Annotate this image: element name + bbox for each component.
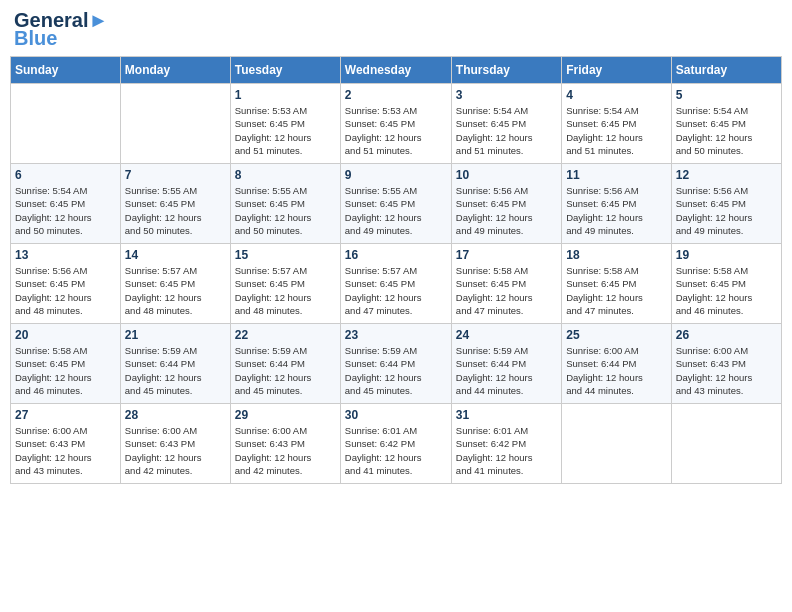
day-number: 28 xyxy=(125,408,226,422)
day-number: 29 xyxy=(235,408,336,422)
day-detail: Sunrise: 5:53 AM Sunset: 6:45 PM Dayligh… xyxy=(235,104,336,157)
day-number: 15 xyxy=(235,248,336,262)
calendar-cell: 19Sunrise: 5:58 AM Sunset: 6:45 PM Dayli… xyxy=(671,244,781,324)
day-detail: Sunrise: 5:59 AM Sunset: 6:44 PM Dayligh… xyxy=(345,344,447,397)
day-number: 10 xyxy=(456,168,557,182)
calendar-cell: 17Sunrise: 5:58 AM Sunset: 6:45 PM Dayli… xyxy=(451,244,561,324)
day-number: 16 xyxy=(345,248,447,262)
logo-blue: Blue xyxy=(14,28,57,48)
day-number: 30 xyxy=(345,408,447,422)
calendar-cell: 31Sunrise: 6:01 AM Sunset: 6:42 PM Dayli… xyxy=(451,404,561,484)
day-detail: Sunrise: 5:56 AM Sunset: 6:45 PM Dayligh… xyxy=(456,184,557,237)
calendar-cell: 15Sunrise: 5:57 AM Sunset: 6:45 PM Dayli… xyxy=(230,244,340,324)
calendar-cell: 24Sunrise: 5:59 AM Sunset: 6:44 PM Dayli… xyxy=(451,324,561,404)
col-header-friday: Friday xyxy=(562,57,671,84)
calendar-cell xyxy=(11,84,121,164)
day-detail: Sunrise: 5:58 AM Sunset: 6:45 PM Dayligh… xyxy=(456,264,557,317)
col-header-sunday: Sunday xyxy=(11,57,121,84)
day-detail: Sunrise: 5:54 AM Sunset: 6:45 PM Dayligh… xyxy=(676,104,777,157)
day-number: 5 xyxy=(676,88,777,102)
day-number: 21 xyxy=(125,328,226,342)
calendar-cell: 7Sunrise: 5:55 AM Sunset: 6:45 PM Daylig… xyxy=(120,164,230,244)
logo: General► Blue xyxy=(14,10,108,48)
day-detail: Sunrise: 6:01 AM Sunset: 6:42 PM Dayligh… xyxy=(456,424,557,477)
day-number: 14 xyxy=(125,248,226,262)
day-number: 25 xyxy=(566,328,666,342)
day-number: 12 xyxy=(676,168,777,182)
day-detail: Sunrise: 5:55 AM Sunset: 6:45 PM Dayligh… xyxy=(125,184,226,237)
day-number: 11 xyxy=(566,168,666,182)
calendar-week-4: 20Sunrise: 5:58 AM Sunset: 6:45 PM Dayli… xyxy=(11,324,782,404)
day-number: 18 xyxy=(566,248,666,262)
calendar-cell: 26Sunrise: 6:00 AM Sunset: 6:43 PM Dayli… xyxy=(671,324,781,404)
day-detail: Sunrise: 5:57 AM Sunset: 6:45 PM Dayligh… xyxy=(345,264,447,317)
day-number: 8 xyxy=(235,168,336,182)
calendar-cell: 13Sunrise: 5:56 AM Sunset: 6:45 PM Dayli… xyxy=(11,244,121,324)
calendar-cell: 11Sunrise: 5:56 AM Sunset: 6:45 PM Dayli… xyxy=(562,164,671,244)
calendar-cell xyxy=(671,404,781,484)
calendar-cell: 10Sunrise: 5:56 AM Sunset: 6:45 PM Dayli… xyxy=(451,164,561,244)
day-number: 2 xyxy=(345,88,447,102)
day-detail: Sunrise: 6:00 AM Sunset: 6:44 PM Dayligh… xyxy=(566,344,666,397)
day-detail: Sunrise: 5:55 AM Sunset: 6:45 PM Dayligh… xyxy=(235,184,336,237)
day-number: 26 xyxy=(676,328,777,342)
calendar-cell: 9Sunrise: 5:55 AM Sunset: 6:45 PM Daylig… xyxy=(340,164,451,244)
calendar-cell: 18Sunrise: 5:58 AM Sunset: 6:45 PM Dayli… xyxy=(562,244,671,324)
day-detail: Sunrise: 5:54 AM Sunset: 6:45 PM Dayligh… xyxy=(566,104,666,157)
col-header-monday: Monday xyxy=(120,57,230,84)
day-detail: Sunrise: 5:55 AM Sunset: 6:45 PM Dayligh… xyxy=(345,184,447,237)
day-detail: Sunrise: 5:58 AM Sunset: 6:45 PM Dayligh… xyxy=(676,264,777,317)
day-detail: Sunrise: 5:56 AM Sunset: 6:45 PM Dayligh… xyxy=(676,184,777,237)
page-header: General► Blue xyxy=(10,10,782,48)
day-detail: Sunrise: 5:53 AM Sunset: 6:45 PM Dayligh… xyxy=(345,104,447,157)
calendar-cell: 1Sunrise: 5:53 AM Sunset: 6:45 PM Daylig… xyxy=(230,84,340,164)
calendar-cell: 12Sunrise: 5:56 AM Sunset: 6:45 PM Dayli… xyxy=(671,164,781,244)
calendar-cell: 25Sunrise: 6:00 AM Sunset: 6:44 PM Dayli… xyxy=(562,324,671,404)
calendar-cell: 30Sunrise: 6:01 AM Sunset: 6:42 PM Dayli… xyxy=(340,404,451,484)
day-number: 4 xyxy=(566,88,666,102)
day-number: 7 xyxy=(125,168,226,182)
calendar-cell: 27Sunrise: 6:00 AM Sunset: 6:43 PM Dayli… xyxy=(11,404,121,484)
calendar-cell: 28Sunrise: 6:00 AM Sunset: 6:43 PM Dayli… xyxy=(120,404,230,484)
calendar-table: SundayMondayTuesdayWednesdayThursdayFrid… xyxy=(10,56,782,484)
day-number: 24 xyxy=(456,328,557,342)
day-number: 23 xyxy=(345,328,447,342)
calendar-cell: 3Sunrise: 5:54 AM Sunset: 6:45 PM Daylig… xyxy=(451,84,561,164)
day-detail: Sunrise: 6:00 AM Sunset: 6:43 PM Dayligh… xyxy=(676,344,777,397)
calendar-cell: 4Sunrise: 5:54 AM Sunset: 6:45 PM Daylig… xyxy=(562,84,671,164)
calendar-cell: 8Sunrise: 5:55 AM Sunset: 6:45 PM Daylig… xyxy=(230,164,340,244)
day-number: 13 xyxy=(15,248,116,262)
col-header-wednesday: Wednesday xyxy=(340,57,451,84)
day-detail: Sunrise: 6:00 AM Sunset: 6:43 PM Dayligh… xyxy=(125,424,226,477)
calendar-week-2: 6Sunrise: 5:54 AM Sunset: 6:45 PM Daylig… xyxy=(11,164,782,244)
day-number: 19 xyxy=(676,248,777,262)
calendar-cell: 23Sunrise: 5:59 AM Sunset: 6:44 PM Dayli… xyxy=(340,324,451,404)
day-detail: Sunrise: 6:01 AM Sunset: 6:42 PM Dayligh… xyxy=(345,424,447,477)
day-detail: Sunrise: 5:54 AM Sunset: 6:45 PM Dayligh… xyxy=(15,184,116,237)
calendar-cell: 21Sunrise: 5:59 AM Sunset: 6:44 PM Dayli… xyxy=(120,324,230,404)
calendar-week-5: 27Sunrise: 6:00 AM Sunset: 6:43 PM Dayli… xyxy=(11,404,782,484)
day-detail: Sunrise: 6:00 AM Sunset: 6:43 PM Dayligh… xyxy=(15,424,116,477)
day-detail: Sunrise: 5:56 AM Sunset: 6:45 PM Dayligh… xyxy=(566,184,666,237)
day-number: 20 xyxy=(15,328,116,342)
calendar-cell xyxy=(120,84,230,164)
calendar-week-3: 13Sunrise: 5:56 AM Sunset: 6:45 PM Dayli… xyxy=(11,244,782,324)
day-number: 9 xyxy=(345,168,447,182)
day-detail: Sunrise: 6:00 AM Sunset: 6:43 PM Dayligh… xyxy=(235,424,336,477)
day-detail: Sunrise: 5:57 AM Sunset: 6:45 PM Dayligh… xyxy=(235,264,336,317)
calendar-cell: 2Sunrise: 5:53 AM Sunset: 6:45 PM Daylig… xyxy=(340,84,451,164)
day-number: 3 xyxy=(456,88,557,102)
day-number: 31 xyxy=(456,408,557,422)
day-number: 17 xyxy=(456,248,557,262)
day-number: 6 xyxy=(15,168,116,182)
day-detail: Sunrise: 5:54 AM Sunset: 6:45 PM Dayligh… xyxy=(456,104,557,157)
day-detail: Sunrise: 5:59 AM Sunset: 6:44 PM Dayligh… xyxy=(125,344,226,397)
col-header-thursday: Thursday xyxy=(451,57,561,84)
day-number: 1 xyxy=(235,88,336,102)
day-number: 22 xyxy=(235,328,336,342)
day-detail: Sunrise: 5:59 AM Sunset: 6:44 PM Dayligh… xyxy=(235,344,336,397)
calendar-cell: 16Sunrise: 5:57 AM Sunset: 6:45 PM Dayli… xyxy=(340,244,451,324)
calendar-cell xyxy=(562,404,671,484)
calendar-cell: 22Sunrise: 5:59 AM Sunset: 6:44 PM Dayli… xyxy=(230,324,340,404)
calendar-week-1: 1Sunrise: 5:53 AM Sunset: 6:45 PM Daylig… xyxy=(11,84,782,164)
